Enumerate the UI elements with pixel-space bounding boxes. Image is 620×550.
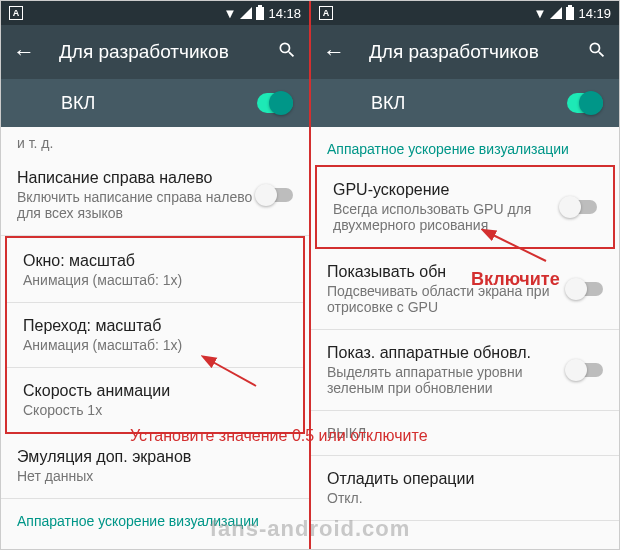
signal-icon bbox=[550, 7, 562, 19]
master-switch[interactable] bbox=[257, 93, 293, 113]
item-subtitle: Скорость 1x bbox=[23, 402, 287, 418]
section-header: Аппаратное ускорение визуализации bbox=[1, 499, 309, 537]
phone-right: A ▼ 14:19 ← Для разработчиков ВКЛ Аппара… bbox=[311, 1, 619, 549]
app-header: ← Для разработчиков bbox=[1, 25, 309, 79]
clock: 14:18 bbox=[268, 6, 301, 21]
back-icon[interactable]: ← bbox=[13, 39, 35, 65]
item-title: Написание справа налево bbox=[17, 169, 257, 187]
toggle-label: ВКЛ bbox=[17, 93, 257, 114]
item-title: Скорость анимации bbox=[23, 382, 287, 400]
app-icon: A bbox=[319, 6, 333, 20]
item-title: Эмуляция доп. экранов bbox=[17, 448, 293, 466]
master-switch[interactable] bbox=[567, 93, 603, 113]
setting-truncated-2[interactable]: Отладить операции Откл. bbox=[311, 456, 619, 521]
setting-show-updates[interactable]: Показывать обн Подсвечивать области экра… bbox=[311, 249, 619, 330]
item-subtitle: Анимация (масштаб: 1x) bbox=[23, 272, 287, 288]
master-toggle-bar: ВКЛ bbox=[311, 79, 619, 127]
item-subtitle: Анимация (масштаб: 1x) bbox=[23, 337, 287, 353]
item-subtitle: ВЫКЛ bbox=[327, 425, 603, 441]
status-bar: A ▼ 14:19 bbox=[311, 1, 619, 25]
setting-window-scale[interactable]: Окно: масштаб Анимация (масштаб: 1x) bbox=[7, 238, 303, 303]
setting-transition-scale[interactable]: Переход: масштаб Анимация (масштаб: 1x) bbox=[7, 303, 303, 368]
item-subtitle: Всегда использовать GPU для двухмерного … bbox=[333, 201, 561, 233]
item-subtitle: Нет данных bbox=[17, 468, 293, 484]
item-subtitle: Подсвечивать области экрана при отрисовк… bbox=[327, 283, 567, 315]
phone-left: A ▼ 14:18 ← Для разработчиков ВКЛ и т. д… bbox=[1, 1, 309, 549]
setting-animation-speed[interactable]: Скорость анимации Скорость 1x bbox=[7, 368, 303, 432]
search-icon[interactable] bbox=[277, 40, 297, 65]
back-icon[interactable]: ← bbox=[323, 39, 345, 65]
truncated-text: и т. д. bbox=[1, 127, 309, 155]
item-subtitle: Выделять аппаратные уровни зеленым при о… bbox=[327, 364, 567, 396]
clock: 14:19 bbox=[578, 6, 611, 21]
item-subtitle: Включить написание справа налево для все… bbox=[17, 189, 257, 221]
item-title: Переход: масштаб bbox=[23, 317, 287, 335]
highlight-animation-box: Окно: масштаб Анимация (масштаб: 1x) Пер… bbox=[5, 236, 305, 434]
item-title: Отладить операции bbox=[327, 470, 603, 488]
wifi-icon: ▼ bbox=[534, 6, 547, 21]
master-toggle-bar: ВКЛ bbox=[1, 79, 309, 127]
setting-gpu-acceleration[interactable]: GPU-ускорение Всегда использовать GPU дл… bbox=[317, 167, 613, 247]
item-title: GPU-ускорение bbox=[333, 181, 561, 199]
item-title: Показывать обн bbox=[327, 263, 567, 281]
signal-icon bbox=[240, 7, 252, 19]
setting-hw-updates[interactable]: Показ. аппаратные обновл. Выделять аппар… bbox=[311, 330, 619, 411]
show-updates-switch[interactable] bbox=[567, 282, 603, 296]
battery-icon bbox=[566, 7, 574, 20]
battery-icon bbox=[256, 7, 264, 20]
search-icon[interactable] bbox=[587, 40, 607, 65]
setting-truncated-1[interactable]: ВЫКЛ bbox=[311, 411, 619, 456]
setting-rtl[interactable]: Написание справа налево Включить написан… bbox=[1, 155, 309, 236]
app-icon: A bbox=[9, 6, 23, 20]
page-title: Для разработчиков bbox=[369, 41, 587, 63]
wifi-icon: ▼ bbox=[224, 6, 237, 21]
section-header: Аппаратное ускорение визуализации bbox=[311, 127, 619, 165]
gpu-switch[interactable] bbox=[561, 200, 597, 214]
item-title: Окно: масштаб bbox=[23, 252, 287, 270]
item-subtitle: Откл. bbox=[327, 490, 603, 506]
hw-updates-switch[interactable] bbox=[567, 363, 603, 377]
app-header: ← Для разработчиков bbox=[311, 25, 619, 79]
highlight-gpu-box: GPU-ускорение Всегда использовать GPU дл… bbox=[315, 165, 615, 249]
toggle-label: ВКЛ bbox=[327, 93, 567, 114]
status-bar: A ▼ 14:18 bbox=[1, 1, 309, 25]
item-title: Показ. аппаратные обновл. bbox=[327, 344, 567, 362]
setting-display-emulation[interactable]: Эмуляция доп. экранов Нет данных bbox=[1, 434, 309, 499]
page-title: Для разработчиков bbox=[59, 41, 277, 63]
rtl-switch[interactable] bbox=[257, 188, 293, 202]
